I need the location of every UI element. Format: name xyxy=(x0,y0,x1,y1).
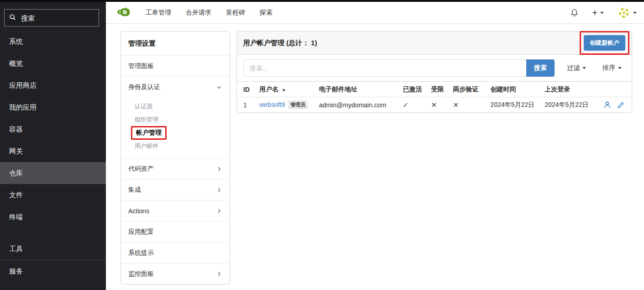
menu-item-integrations[interactable]: 集成 xyxy=(121,179,230,200)
cell-username: websoft9管理员 xyxy=(255,97,314,113)
cell-email: admin@mydomain.com xyxy=(314,97,398,113)
sidebar-search-box[interactable] xyxy=(4,9,99,26)
submenu-item-organizations[interactable]: 组织管理 xyxy=(121,113,230,126)
sidebar-item-repository[interactable]: 仓库 xyxy=(0,162,106,184)
sidebar-item-app-store[interactable]: 应用商店 xyxy=(0,74,106,96)
chevron-down-icon xyxy=(600,12,604,14)
nav-pull-requests[interactable]: 合并请求 xyxy=(186,9,211,17)
col-restricted: 受限 xyxy=(427,82,449,97)
cell-activated: ✓ xyxy=(398,97,427,113)
cross-icon: ✕ xyxy=(453,101,459,109)
create-new-dropdown[interactable]: + xyxy=(592,8,604,17)
notifications-bell-icon[interactable] xyxy=(571,9,578,17)
col-created: 创建时间 xyxy=(486,82,540,97)
chevron-right-icon xyxy=(216,271,222,277)
col-username[interactable]: 用户名▲ xyxy=(255,82,314,97)
col-2fa: 两步验证 xyxy=(449,82,486,97)
chevron-down-icon xyxy=(582,67,586,69)
sidebar-gap xyxy=(0,228,106,238)
search-group: 搜索 xyxy=(243,59,555,77)
search-icon xyxy=(9,14,16,22)
menu-item-system-notices[interactable]: 系统提示 xyxy=(121,242,230,263)
chevron-down-icon xyxy=(216,84,222,90)
username-link[interactable]: websoft9 xyxy=(259,101,285,108)
menu-item-label: 代码资产 xyxy=(128,165,154,173)
col-last-login: 上次登录 xyxy=(540,82,595,97)
admin-settings-menu: 管理设置 管理面板 身份及认证 认证源 组织管理 帐户管理 用户邮件 xyxy=(120,31,230,285)
sidebar-item-system[interactable]: 系统 xyxy=(0,31,106,53)
menu-item-app-config[interactable]: 应用配置 xyxy=(121,221,230,242)
user-search-input[interactable] xyxy=(243,59,526,77)
panel-header: 用户帐户管理 (总计： 1) 创建新帐户 xyxy=(236,31,632,55)
sidebar-item-gateway[interactable]: 网关 xyxy=(0,140,106,162)
chevron-down-icon xyxy=(633,12,637,14)
admin-menu-title-label: 管理设置 xyxy=(128,39,156,48)
admin-badge: 管理员 xyxy=(288,100,308,109)
cell-id: 1 xyxy=(237,97,255,113)
col-email: 电子邮件地址 xyxy=(314,82,398,97)
check-icon: ✓ xyxy=(403,101,409,109)
sidebar-item-terminal[interactable]: 终端 xyxy=(0,206,106,228)
host-sidebar: 系统 概览 应用商店 我的应用 容器 网关 仓库 文件 终端 工具 服务 xyxy=(0,2,106,290)
filter-dropdown[interactable]: 过滤 xyxy=(567,64,586,72)
table-row: 1 websoft9管理员 admin@mydomain.com ✓ ✕ ✕ 2… xyxy=(237,97,632,113)
annotation-box-account-management: 帐户管理 xyxy=(131,126,167,140)
menu-item-identity-auth[interactable]: 身份及认证 xyxy=(121,76,230,97)
chevron-right-icon xyxy=(216,187,222,193)
menu-item-dashboard[interactable]: 管理面板 xyxy=(121,55,230,76)
view-user-icon[interactable] xyxy=(603,101,611,109)
gitea-logo-icon[interactable] xyxy=(117,6,131,19)
users-table-wrap: ID 用户名▲ 电子邮件地址 已激活 受限 两步验证 创建时间 上次登录 xyxy=(236,81,632,113)
cell-2fa: ✕ xyxy=(449,97,486,113)
sidebar-nav: 系统 概览 应用商店 我的应用 容器 网关 仓库 文件 终端 工具 服务 xyxy=(0,31,106,282)
sidebar-item-tools[interactable]: 工具 xyxy=(0,238,106,260)
submenu-item-label: 组织管理 xyxy=(135,116,158,124)
sidebar-item-containers[interactable]: 容器 xyxy=(0,118,106,140)
submenu-item-label: 用户邮件 xyxy=(135,142,158,150)
submenu-item-account-management[interactable]: 帐户管理 xyxy=(121,126,230,139)
submenu-item-label: 帐户管理 xyxy=(136,129,162,136)
gitea-navbar: 工单管理 合并请求 里程碑 探索 + xyxy=(106,2,644,24)
cross-icon: ✕ xyxy=(431,101,437,109)
col-actions xyxy=(595,82,632,97)
chevron-right-icon xyxy=(216,166,222,172)
sidebar-item-services[interactable]: 服务 xyxy=(0,260,106,282)
menu-item-label: Actions xyxy=(128,207,149,215)
search-button[interactable]: 搜索 xyxy=(526,59,555,77)
sidebar-item-overview[interactable]: 概览 xyxy=(0,53,106,74)
panel-search-bar: 搜索 过滤 排序 xyxy=(236,55,632,81)
sort-ascending-icon: ▲ xyxy=(282,87,286,92)
sort-dropdown[interactable]: 排序 xyxy=(602,64,622,72)
create-new-account-button[interactable]: 创建新帐户 xyxy=(584,35,625,51)
chevron-right-icon xyxy=(216,208,222,214)
menu-item-actions[interactable]: Actions xyxy=(121,200,230,221)
user-avatar-dropdown[interactable] xyxy=(618,6,637,19)
create-account-wrap: 创建新帐户 xyxy=(584,35,625,51)
submenu-item-label: 认证源 xyxy=(135,102,152,111)
submenu-item-user-emails[interactable]: 用户邮件 xyxy=(121,139,230,153)
table-header-row: ID 用户名▲ 电子邮件地址 已激活 受限 两步验证 创建时间 上次登录 xyxy=(237,82,632,97)
admin-menu-title: 管理设置 xyxy=(121,32,230,55)
user-accounts-panel: 用户帐户管理 (总计： 1) 创建新帐户 搜索 过滤 排序 xyxy=(236,31,632,113)
menu-item-label: 监控面板 xyxy=(128,270,154,278)
sidebar-item-files[interactable]: 文件 xyxy=(0,184,106,206)
sidebar-search-input[interactable] xyxy=(20,14,94,22)
submenu-item-auth-sources[interactable]: 认证源 xyxy=(121,100,230,113)
menu-item-label: 系统提示 xyxy=(128,249,154,257)
menu-item-label: 集成 xyxy=(128,186,141,194)
menu-item-label: 身份及认证 xyxy=(128,83,160,91)
cell-created: 2024年5月22日 xyxy=(486,97,540,113)
edit-user-icon[interactable] xyxy=(617,101,624,109)
nav-milestones[interactable]: 里程碑 xyxy=(226,9,245,17)
chevron-down-icon xyxy=(618,67,622,69)
menu-item-code-assets[interactable]: 代码资产 xyxy=(121,158,230,179)
nav-explore[interactable]: 探索 xyxy=(260,9,272,17)
sidebar-item-my-apps[interactable]: 我的应用 xyxy=(0,96,106,118)
nav-issues[interactable]: 工单管理 xyxy=(146,9,171,17)
col-activated: 已激活 xyxy=(398,82,427,97)
menu-item-label: 应用配置 xyxy=(128,228,154,236)
avatar xyxy=(618,6,630,19)
col-username-label: 用户名 xyxy=(259,85,278,93)
menu-item-monitoring[interactable]: 监控面板 xyxy=(121,263,230,284)
users-table: ID 用户名▲ 电子邮件地址 已激活 受限 两步验证 创建时间 上次登录 xyxy=(237,82,632,112)
